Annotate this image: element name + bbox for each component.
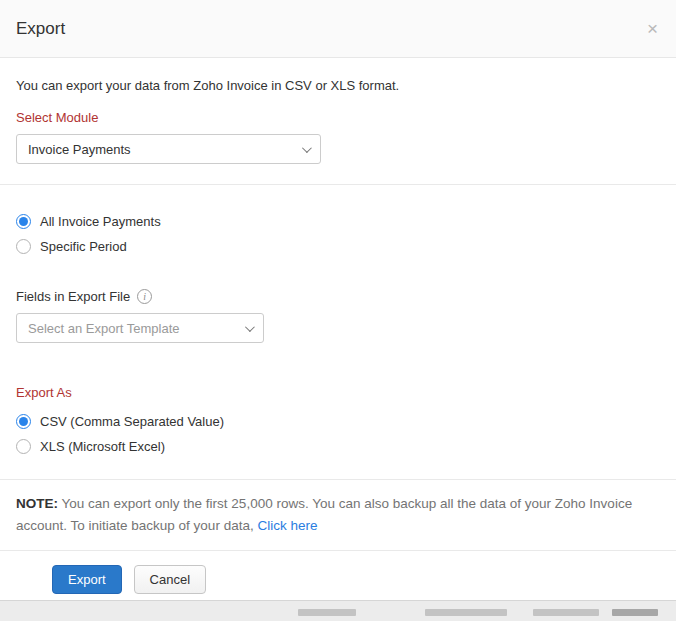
radio-icon <box>16 414 31 429</box>
note-body: You can export only the first 25,000 row… <box>16 496 632 533</box>
module-select[interactable]: Invoice Payments <box>16 134 321 164</box>
radio-label: All Invoice Payments <box>40 214 161 229</box>
background-text-fragment <box>612 609 658 616</box>
module-select-value: Invoice Payments <box>28 142 131 157</box>
chevron-down-icon <box>245 322 255 332</box>
intro-text: You can export your data from Zoho Invoi… <box>16 78 660 93</box>
format-radio-group: CSV (Comma Separated Value) XLS (Microso… <box>16 409 660 459</box>
divider <box>0 184 676 185</box>
background-text-fragment <box>425 609 507 616</box>
fields-in-export-file-label: Fields in Export File <box>16 289 130 304</box>
divider <box>0 479 676 480</box>
radio-specific-period[interactable]: Specific Period <box>16 234 660 259</box>
note-text: NOTE: You can export only the first 25,0… <box>16 493 660 536</box>
export-template-placeholder: Select an Export Template <box>28 321 180 336</box>
info-icon[interactable]: i <box>137 289 152 304</box>
radio-all-invoice-payments[interactable]: All Invoice Payments <box>16 209 660 234</box>
chevron-down-icon <box>302 143 312 153</box>
modal-title: Export <box>16 19 65 39</box>
radio-label: CSV (Comma Separated Value) <box>40 414 224 429</box>
export-button[interactable]: Export <box>52 565 122 594</box>
modal-footer: Export Cancel <box>16 551 660 594</box>
background-page-strip <box>0 600 676 621</box>
radio-icon <box>16 239 31 254</box>
radio-label: XLS (Microsoft Excel) <box>40 439 165 454</box>
click-here-link[interactable]: Click here <box>257 518 317 533</box>
fields-in-export-file-row: Fields in Export File i <box>16 289 660 304</box>
close-icon[interactable]: × <box>647 19 658 38</box>
export-modal: Export × You can export your data from Z… <box>0 0 676 600</box>
modal-header: Export × <box>0 0 676 58</box>
export-as-label: Export As <box>16 385 660 400</box>
modal-body: You can export your data from Zoho Invoi… <box>0 58 676 594</box>
scope-radio-group: All Invoice Payments Specific Period <box>16 209 660 259</box>
background-text-fragment <box>533 609 599 616</box>
background-text-fragment <box>298 609 356 616</box>
radio-label: Specific Period <box>40 239 127 254</box>
radio-csv[interactable]: CSV (Comma Separated Value) <box>16 409 660 434</box>
cancel-button[interactable]: Cancel <box>134 565 206 594</box>
radio-icon <box>16 439 31 454</box>
note-prefix: NOTE: <box>16 496 58 511</box>
select-module-label: Select Module <box>16 110 660 125</box>
radio-icon <box>16 214 31 229</box>
export-template-select[interactable]: Select an Export Template <box>16 313 264 343</box>
radio-xls[interactable]: XLS (Microsoft Excel) <box>16 434 660 459</box>
